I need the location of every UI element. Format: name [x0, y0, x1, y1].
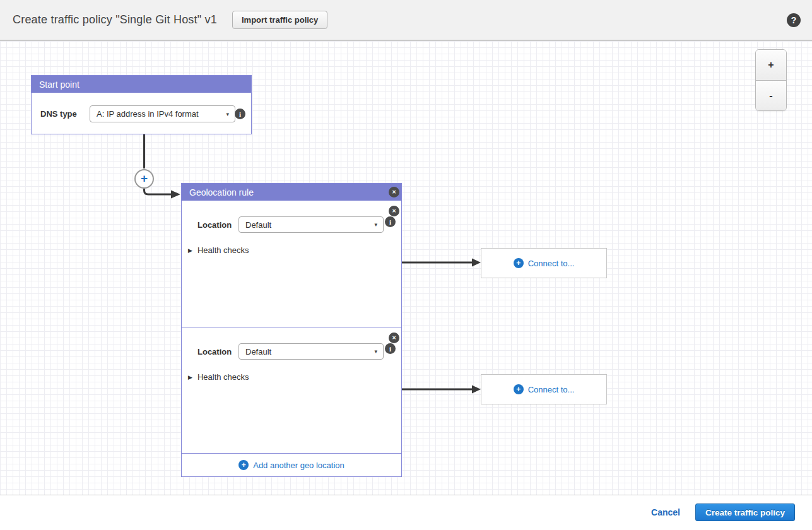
dns-type-info-icon[interactable]: i	[235, 109, 245, 119]
health-checks-toggle[interactable]: ▶ Health checks	[188, 372, 249, 382]
health-checks-label: Health checks	[197, 372, 249, 382]
remove-location-icon[interactable]: ✕	[389, 333, 399, 343]
start-point-body: DNS type A: IP address in IPv4 format ▾ …	[32, 93, 251, 135]
location-label: Location	[197, 220, 232, 230]
add-geo-location-label: Add another geo location	[253, 461, 344, 470]
add-geo-location-link[interactable]: + Add another geo location	[238, 460, 344, 470]
cancel-button[interactable]: Cancel	[651, 507, 680, 517]
location-select[interactable]: Default ▾	[238, 343, 384, 360]
geo-location-section-1: ✕ Location Default ▾ i ▶ Health checks	[182, 201, 401, 327]
plus-icon: +	[141, 172, 148, 186]
geolocation-rule-title: Geolocation rule	[189, 187, 254, 197]
connect-to-link: + Connect to...	[514, 258, 575, 268]
close-rule-icon[interactable]: ✕	[389, 187, 399, 197]
location-value: Default	[245, 347, 271, 356]
connect-to-label: Connect to...	[528, 259, 575, 268]
dns-type-value: A: IP address in IPv4 format	[97, 109, 199, 119]
connect-to-label: Connect to...	[528, 385, 575, 394]
geo-location-section-2: ✕ Location Default ▾ i ▶ Health checks	[182, 327, 401, 453]
dns-type-select[interactable]: A: IP address in IPv4 format ▾	[90, 105, 235, 122]
plus-circle-icon: +	[514, 384, 524, 394]
geolocation-rule-header: Geolocation rule ✕	[182, 184, 401, 201]
dns-type-label: DNS type	[40, 109, 77, 119]
footer-bar: Cancel Create traffic policy	[0, 495, 812, 529]
create-traffic-policy-button[interactable]: Create traffic policy	[695, 504, 795, 521]
chevron-down-icon: ▾	[374, 221, 377, 228]
connect-to-link: + Connect to...	[514, 384, 575, 394]
help-icon[interactable]: ?	[787, 13, 801, 27]
location-select[interactable]: Default ▾	[238, 216, 384, 233]
policy-editor-canvas: + - Start point DNS type A: IP address i…	[0, 41, 812, 495]
chevron-down-icon: ▾	[226, 111, 229, 117]
remove-location-icon[interactable]: ✕	[389, 206, 399, 216]
page-title: Create traffic policy "Single Git Host" …	[13, 13, 217, 26]
location-info-icon[interactable]: i	[385, 216, 396, 227]
chevron-down-icon: ▾	[374, 348, 377, 355]
header-bar: Create traffic policy "Single Git Host" …	[0, 0, 812, 41]
disclosure-triangle-icon: ▶	[188, 247, 192, 254]
disclosure-triangle-icon: ▶	[188, 374, 192, 380]
geolocation-rule-card: Geolocation rule ✕ ✕ Location Default ▾ …	[181, 183, 402, 477]
geo-rule-footer: + Add another geo location	[182, 453, 401, 476]
import-traffic-policy-button[interactable]: Import traffic policy	[232, 11, 327, 29]
plus-circle-icon: +	[238, 460, 249, 470]
add-rule-connector-button[interactable]: +	[134, 169, 154, 189]
health-checks-toggle[interactable]: ▶ Health checks	[188, 245, 249, 255]
location-label: Location	[197, 347, 232, 356]
location-info-icon[interactable]: i	[385, 343, 396, 354]
start-point-card: Start point DNS type A: IP address in IP…	[31, 75, 252, 134]
zoom-controls: + -	[755, 49, 787, 111]
location-value: Default	[245, 220, 271, 230]
connect-to-button-1[interactable]: + Connect to...	[481, 248, 607, 278]
plus-circle-icon: +	[514, 258, 524, 268]
zoom-in-button[interactable]: +	[756, 50, 786, 80]
start-point-header: Start point	[32, 76, 251, 93]
zoom-out-button[interactable]: -	[756, 80, 786, 110]
start-point-title: Start point	[39, 80, 79, 90]
health-checks-label: Health checks	[197, 245, 249, 255]
connect-to-button-2[interactable]: + Connect to...	[481, 374, 607, 404]
